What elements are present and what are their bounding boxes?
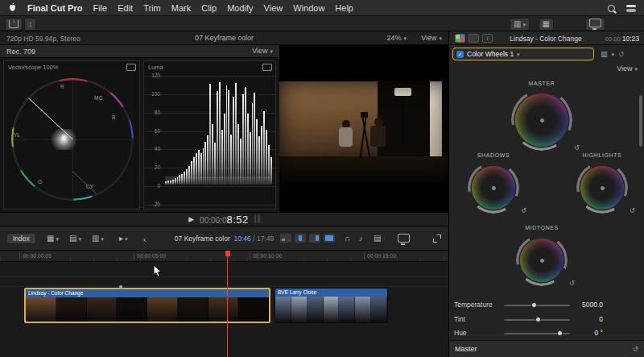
ruler-label: 00:00:00:00 xyxy=(19,253,52,259)
resize-toggle-button[interactable]: ↕ xyxy=(24,18,36,31)
chevron-down-icon: ▾ xyxy=(78,236,81,242)
reset-icon[interactable]: ↺ xyxy=(574,143,580,152)
menu-item-file[interactable]: File xyxy=(93,3,107,13)
filmstrip-thumb xyxy=(308,297,324,323)
reset-icon[interactable]: ↺ xyxy=(630,206,635,214)
reset-icon[interactable]: ↺ xyxy=(569,279,575,287)
color-wheel-midtones[interactable]: ↺ xyxy=(516,235,568,286)
filmstrip-thumb xyxy=(291,297,308,323)
viewer-title: 07 Keyframe color xyxy=(0,34,448,42)
waveform-bar xyxy=(170,181,171,185)
app-name[interactable]: Final Cut Pro xyxy=(27,3,82,13)
waveform-bar xyxy=(172,180,174,185)
clip-bve-larry-close[interactable]: BVE Larry Close xyxy=(275,288,388,323)
wheel-center-handle[interactable] xyxy=(491,185,497,191)
timeline-option-2[interactable]: ▤▾ xyxy=(69,235,81,243)
select-tool-menu[interactable]: ▸▾ xyxy=(119,235,128,243)
inspector-header: i Lindsay - Color Change 00:0010:23 xyxy=(448,31,644,45)
chevron-down-icon: ▾ xyxy=(56,236,59,242)
control-center-icon[interactable] xyxy=(626,5,636,12)
menu-item-clip[interactable]: Clip xyxy=(201,3,217,13)
play-button[interactable]: ▶ xyxy=(188,215,194,223)
apple-logo-icon[interactable] xyxy=(8,2,17,13)
menu-item-trim[interactable]: Trim xyxy=(143,3,161,13)
menu-item-edit[interactable]: Edit xyxy=(118,3,133,13)
ruler-label: 00:00:05:00 xyxy=(134,253,166,259)
inspector-scrollbar[interactable] xyxy=(639,95,642,147)
audio-meters[interactable] xyxy=(254,215,260,223)
slider-temperature: Temperature 5000.0 xyxy=(452,298,642,310)
effect-row-icons: ▥ ▾ ↺ xyxy=(601,50,625,58)
timeline-tracks: Lindsay - Color Change BVE Larry Close xyxy=(0,262,448,357)
scopes-view-menu[interactable]: View▾ xyxy=(252,47,273,55)
updown-icon: ↕ xyxy=(28,20,32,28)
info-inspector-tab[interactable]: i xyxy=(482,34,493,43)
menu-item-view[interactable]: View xyxy=(264,3,283,13)
video-inspector-tab[interactable] xyxy=(469,34,479,43)
connect-edit-icon[interactable] xyxy=(280,234,291,243)
reset-icon[interactable]: ↺ xyxy=(632,341,638,357)
wheel-center-handle[interactable] xyxy=(539,258,545,264)
lane-divider xyxy=(0,286,448,287)
media-browser-icon[interactable]: ▤ xyxy=(374,235,381,243)
pane-icon[interactable]: ▥ xyxy=(601,50,608,58)
waveform-bar xyxy=(167,181,169,185)
import-button[interactable]: ↓ xyxy=(5,18,23,31)
waveform-bar xyxy=(263,111,265,185)
scene-lightstand xyxy=(402,96,404,144)
music-browser-icon[interactable]: ♪ xyxy=(359,235,363,243)
timeline-option-1[interactable]: ▦▾ xyxy=(47,235,59,243)
viewer-view-menu[interactable]: View▾ xyxy=(421,34,442,42)
fullscreen-icon[interactable] xyxy=(433,235,441,243)
display-icon[interactable] xyxy=(262,64,272,71)
timeline-monitor-icon[interactable] xyxy=(398,234,410,243)
color-space-label: Rec. 709 xyxy=(6,48,35,56)
index-button[interactable]: Index xyxy=(6,233,36,244)
color-wheel-highlights[interactable]: ↺ xyxy=(576,162,628,214)
scene-person1-head xyxy=(342,120,350,128)
menu-item-modify[interactable]: Modify xyxy=(227,3,253,13)
effect-checkbox[interactable]: ✓ xyxy=(456,51,464,58)
back-button[interactable]: ‹ xyxy=(143,235,147,244)
color-inspector-tab[interactable] xyxy=(455,34,465,43)
timeline-ruler[interactable]: 00:00:00:0000:00:05:0000:00:10:0000:00:1… xyxy=(0,251,448,262)
timeline-option-3[interactable]: ▥▾ xyxy=(92,235,104,243)
search-icon[interactable] xyxy=(608,5,615,12)
av-output-button[interactable] xyxy=(585,18,605,31)
grid-view-button[interactable]: ▦ xyxy=(539,18,554,31)
inspector-view-menu[interactable]: View▾ xyxy=(617,64,638,73)
menu-item-window[interactable]: Window xyxy=(293,3,324,13)
color-wheel-master[interactable]: ↺ xyxy=(511,89,572,151)
menu-item-help[interactable]: Help xyxy=(335,3,353,13)
reset-icon[interactable]: ↺ xyxy=(521,206,526,214)
color-wheel-shadows[interactable]: ↺ xyxy=(468,162,519,214)
master-section-header[interactable]: Master ↺ xyxy=(449,340,644,357)
filmstrip-thumb xyxy=(178,297,208,323)
menu-item-mark[interactable]: Mark xyxy=(171,3,191,13)
slider-knob[interactable] xyxy=(531,302,537,308)
chevron-down-icon: ▾ xyxy=(403,35,407,41)
overwrite-edit-icon[interactable] xyxy=(324,234,335,243)
waveform-bar xyxy=(230,135,232,185)
pane-icon: ▥ xyxy=(514,20,521,28)
luma-tick-label: -20 xyxy=(147,201,160,207)
playhead[interactable] xyxy=(227,251,228,357)
audio-skimming-icon[interactable]: ∩ xyxy=(345,234,350,243)
filmstrip-thumb xyxy=(117,297,147,323)
wheel-center-handle[interactable] xyxy=(600,185,605,191)
append-edit-icon[interactable] xyxy=(309,234,320,243)
luma-gridline xyxy=(144,76,275,77)
chevron-down-icon[interactable]: ▾ xyxy=(612,52,615,57)
scene-person2-body xyxy=(370,126,386,147)
scene-camera xyxy=(361,112,368,118)
effect-row-color-wheels[interactable]: ✓ Color Wheels 1 ▾ xyxy=(452,48,594,60)
clip-lindsay-color-change[interactable]: Lindsay - Color Change xyxy=(24,288,270,323)
slider-knob[interactable] xyxy=(535,317,541,322)
wheel-center-handle[interactable] xyxy=(539,118,545,123)
reset-icon[interactable]: ↺ xyxy=(618,50,625,58)
display-icon[interactable] xyxy=(126,64,136,71)
browser-layout-button[interactable]: ▥▾ xyxy=(510,18,530,31)
keyframe-dot[interactable] xyxy=(119,285,122,289)
insert-edit-icon[interactable] xyxy=(295,234,306,243)
zoom-menu[interactable]: 24%▾ xyxy=(386,34,407,42)
